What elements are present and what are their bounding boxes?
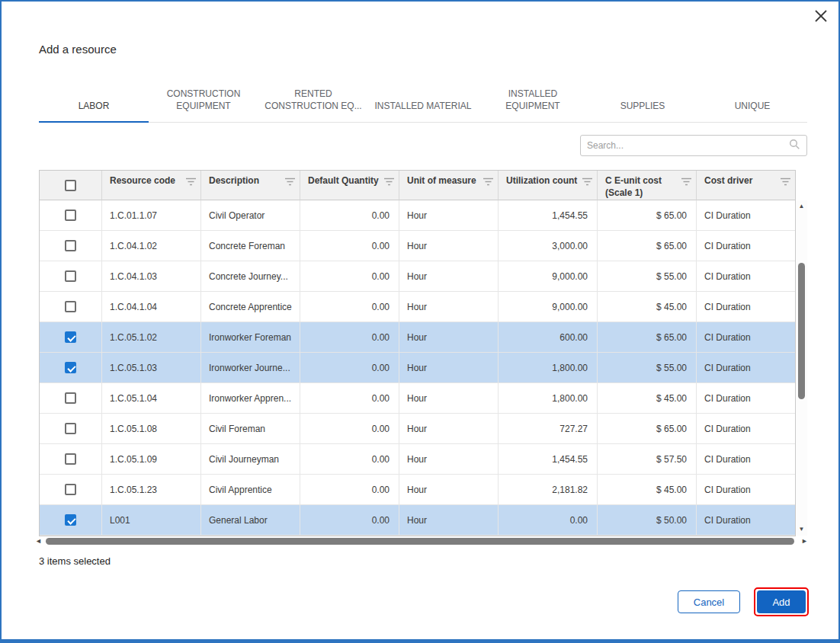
cell-utilization-count: 1,454.55 [499, 444, 598, 475]
cell-default-quantity: 0.00 [300, 475, 399, 505]
cell-description: Concrete Apprentice [201, 292, 300, 322]
cell-cost-driver: CI Duration [697, 200, 795, 231]
horizontal-scrollbar[interactable]: ◄ ► [34, 536, 809, 546]
table-row[interactable]: 1.C.05.1.09Civil Journeyman0.00Hour1,454… [40, 444, 795, 475]
cell-resource-code: 1.C.05.1.03 [102, 353, 201, 383]
cell-unit-cost: $ 55.00 [598, 353, 697, 383]
cell-cost-driver: CI Duration [697, 231, 795, 261]
table-row[interactable]: 1.C.05.1.08Civil Foreman0.00Hour727.27$ … [40, 414, 795, 444]
cell-utilization-count: 0.00 [499, 505, 598, 536]
filter-icon[interactable] [582, 178, 592, 190]
cancel-button[interactable]: Cancel [678, 590, 740, 613]
table-row[interactable]: 1.C.01.1.07Civil Operator0.00Hour1,454.5… [40, 200, 795, 231]
scroll-down-icon[interactable]: ▼ [799, 523, 805, 536]
filter-icon[interactable] [483, 178, 493, 190]
row-checkbox[interactable] [65, 453, 76, 465]
row-checkbox[interactable] [65, 331, 76, 343]
horizontal-scroll-thumb[interactable] [46, 538, 794, 545]
search-input[interactable] [587, 140, 789, 151]
column-label: Default Quantity [308, 175, 379, 187]
cell-resource-code: 1.C.05.1.08 [102, 414, 201, 444]
row-checkbox[interactable] [65, 484, 76, 495]
row-checkbox[interactable] [65, 514, 76, 526]
cell-utilization-count: 727.27 [499, 414, 598, 444]
column-label: Unit of measure [407, 175, 476, 187]
row-checkbox-cell [40, 475, 102, 505]
tab-installed-equipment[interactable]: INSTALLED EQUIPMENT [478, 83, 588, 122]
cell-default-quantity: 0.00 [300, 353, 399, 383]
column-label: Resource code [110, 175, 175, 187]
row-checkbox-cell [40, 231, 102, 261]
filter-icon[interactable] [186, 178, 196, 190]
row-checkbox[interactable] [65, 423, 76, 434]
cell-default-quantity: 0.00 [300, 322, 399, 353]
cell-unit-of-measure: Hour [399, 322, 499, 353]
row-checkbox[interactable] [65, 301, 76, 312]
cell-description: Civil Foreman [201, 414, 300, 444]
cell-unit-cost: $ 45.00 [598, 292, 697, 322]
search-row [39, 135, 807, 156]
cell-unit-cost: $ 45.00 [598, 383, 697, 414]
cell-default-quantity: 0.00 [300, 444, 399, 475]
cell-description: Ironworker Foreman [201, 322, 300, 353]
row-checkbox[interactable] [65, 270, 76, 282]
row-checkbox[interactable] [65, 210, 76, 221]
cell-default-quantity: 0.00 [300, 292, 399, 322]
close-icon[interactable] [813, 8, 829, 24]
vertical-scrollbar[interactable]: ▲ ▼ [796, 200, 807, 536]
row-checkbox-cell [40, 261, 102, 292]
horizontal-scroll-track[interactable] [43, 536, 800, 546]
add-button[interactable]: Add [757, 590, 806, 613]
cell-default-quantity: 0.00 [300, 231, 399, 261]
cell-cost-driver: CI Duration [697, 475, 795, 505]
table-row[interactable]: 1.C.04.1.03Concrete Journey...0.00Hour9,… [40, 261, 795, 292]
cell-resource-code: 1.C.05.1.23 [102, 475, 201, 505]
cell-utilization-count: 600.00 [499, 322, 598, 353]
tab-installed-material[interactable]: INSTALLED MATERIAL [368, 95, 478, 122]
cell-unit-of-measure: Hour [399, 444, 499, 475]
add-button-highlight: Add [754, 587, 809, 616]
search-box[interactable] [580, 135, 807, 156]
tab-bar: LABORCONSTRUCTION EQUIPMENTRENTED CONSTR… [39, 83, 807, 123]
cell-utilization-count: 1,454.55 [499, 200, 598, 231]
column-header-cost-driver: Cost driver [697, 171, 795, 200]
scroll-left-icon[interactable]: ◄ [34, 538, 43, 545]
table-row[interactable]: 1.C.04.1.02Concrete Foreman0.00Hour3,000… [40, 231, 795, 261]
table-row[interactable]: 1.C.04.1.04Concrete Apprentice0.00Hour9,… [40, 292, 795, 322]
cell-unit-of-measure: Hour [399, 475, 499, 505]
cell-resource-code: 1.C.05.1.09 [102, 444, 201, 475]
filter-icon[interactable] [285, 178, 295, 190]
scroll-right-icon[interactable]: ► [800, 538, 809, 545]
row-checkbox[interactable] [65, 240, 76, 251]
table-row[interactable]: 1.C.05.1.02Ironworker Foreman0.00Hour600… [40, 322, 795, 353]
filter-icon[interactable] [384, 178, 394, 190]
cell-unit-cost: $ 65.00 [598, 231, 697, 261]
tab-rented-construction-eq[interactable]: RENTED CONSTRUCTION EQ... [258, 83, 368, 122]
table-row[interactable]: L001General Labor0.00Hour0.00$ 50.00CI D… [40, 505, 795, 536]
cell-description: Ironworker Journe... [201, 353, 300, 383]
cell-utilization-count: 9,000.00 [499, 261, 598, 292]
table-row[interactable]: 1.C.05.1.03Ironworker Journe...0.00Hour1… [40, 353, 795, 383]
table-row[interactable]: 1.C.05.1.04Ironworker Appren...0.00Hour1… [40, 383, 795, 414]
row-checkbox[interactable] [65, 362, 76, 373]
row-checkbox[interactable] [65, 392, 76, 404]
cell-unit-cost: $ 65.00 [598, 414, 697, 444]
tab-supplies[interactable]: SUPPLIES [588, 95, 697, 122]
filter-icon[interactable] [781, 178, 790, 190]
vertical-scroll-thumb[interactable] [798, 263, 805, 400]
cell-resource-code: 1.C.04.1.03 [102, 261, 201, 292]
vertical-scroll-track[interactable] [796, 213, 807, 523]
scroll-up-icon[interactable]: ▲ [799, 200, 805, 213]
select-all-checkbox[interactable] [65, 180, 76, 191]
row-checkbox-cell [40, 414, 102, 444]
filter-icon[interactable] [681, 178, 691, 190]
table-row[interactable]: 1.C.05.1.23Civil Apprentice0.00Hour2,181… [40, 475, 795, 505]
cell-resource-code: 1.C.05.1.02 [102, 322, 201, 353]
tab-unique[interactable]: UNIQUE [697, 95, 807, 122]
tab-labor[interactable]: LABOR [39, 95, 149, 122]
cell-unit-cost: $ 57.50 [598, 444, 697, 475]
table-main: Resource codeDescriptionDefault Quantity… [39, 170, 796, 536]
tab-construction-equipment[interactable]: CONSTRUCTION EQUIPMENT [149, 83, 258, 122]
row-checkbox-cell [40, 292, 102, 322]
row-checkbox-cell [40, 322, 102, 353]
